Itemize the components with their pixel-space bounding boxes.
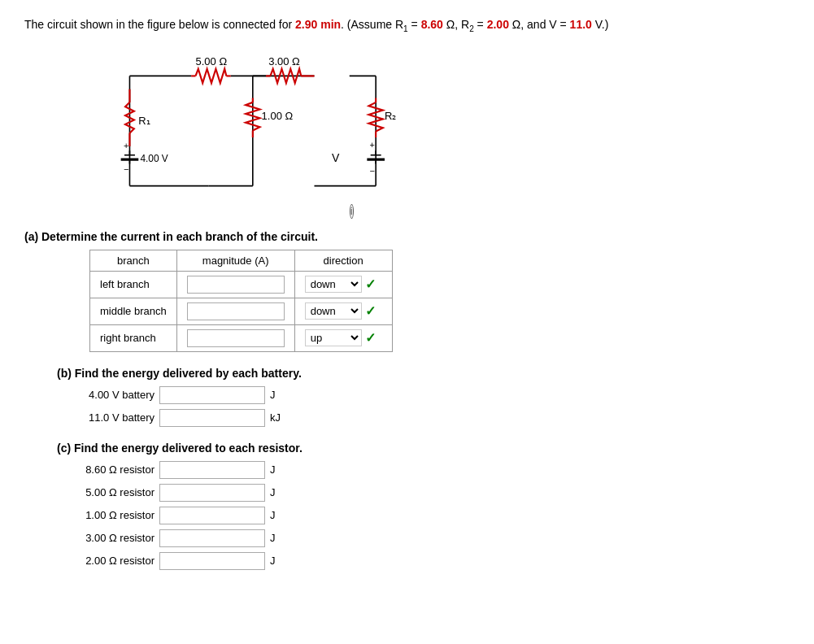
check-icon[interactable]: ✓	[365, 276, 376, 292]
part-b-section: (b) Find the energy delivered by each ba…	[57, 367, 790, 427]
part-b-label: (b) Find the energy delivered by each ba…	[57, 367, 790, 380]
v-value: 11.0	[570, 18, 592, 31]
unit-label: J	[270, 532, 276, 544]
time-value: 2.90 min	[295, 18, 341, 31]
col-direction: direction	[294, 250, 392, 271]
magnitude-cell	[176, 324, 294, 351]
check-icon[interactable]: ✓	[365, 303, 376, 319]
resistor-energy-input[interactable]	[159, 507, 265, 524]
battery-label: 4.00 V battery	[57, 389, 155, 401]
resistor-energy-input[interactable]	[159, 461, 265, 479]
magnitude-cell	[176, 298, 294, 324]
svg-text:−: −	[124, 164, 128, 174]
col-branch: branch	[90, 250, 177, 271]
svg-text:+: +	[370, 140, 375, 150]
problem-statement: The circuit shown in the figure below is…	[24, 16, 790, 35]
circuit-diagram: R₁ 4.00 V + − 5.00 Ω 3.00 Ω 1.00 Ω R₂	[73, 50, 415, 212]
resistor-energy-input[interactable]	[159, 552, 265, 570]
direction-cell: downupleftright✓	[294, 298, 392, 324]
branch-name: right branch	[90, 324, 177, 351]
table-row: left branchdownupleftright✓	[90, 271, 393, 298]
resistor-energy-input[interactable]	[159, 529, 265, 547]
r2-label: R₂	[385, 110, 396, 122]
svg-text:+: +	[124, 141, 128, 150]
unit-label: J	[270, 463, 276, 476]
part-c-label: (c) Find the energy delivered to each re…	[57, 442, 790, 455]
resistor-label: 2.00 Ω resistor	[57, 555, 155, 567]
resistor-energy-row: 2.00 Ω resistorJ	[57, 552, 790, 570]
resistor-energy-row: 1.00 Ω resistorJ	[57, 507, 790, 524]
col-magnitude: magnitude (A)	[176, 250, 294, 271]
resistor-energy-row: 3.00 Ω resistorJ	[57, 529, 790, 547]
direction-select[interactable]: downupleftright	[305, 302, 362, 320]
r1m-label: 1.00 Ω	[262, 110, 294, 122]
resistor-label: 8.60 Ω resistor	[57, 463, 155, 476]
resistor-label: 3.00 Ω resistor	[57, 532, 155, 544]
direction-cell: downupleftright✓	[294, 271, 392, 298]
battery-energy-input[interactable]	[159, 386, 265, 404]
unit-label: J	[270, 555, 276, 567]
direction-select[interactable]: downupleftright	[305, 329, 362, 346]
battery-energy-row: 4.00 V batteryJ	[57, 386, 790, 404]
battery-label: 11.0 V battery	[57, 411, 155, 424]
v-label: V	[332, 151, 340, 164]
table-row: middle branchdownupleftright✓	[90, 298, 393, 324]
battery-energy-row: 11.0 V batterykJ	[57, 409, 790, 427]
unit-label: J	[270, 486, 276, 498]
part-a-section: (a) Determine the current in each branch…	[24, 230, 790, 352]
branch-name: left branch	[90, 271, 177, 298]
battery-energy-input[interactable]	[159, 409, 265, 427]
direction-select[interactable]: downupleftright	[305, 276, 362, 293]
magnitude-input[interactable]	[187, 276, 285, 294]
resistor-label: 5.00 Ω resistor	[57, 486, 155, 498]
check-icon[interactable]: ✓	[365, 330, 376, 346]
branch-table: branch magnitude (A) direction left bran…	[89, 250, 393, 352]
r3-label: 3.00 Ω	[268, 55, 300, 67]
unit-label: kJ	[270, 411, 281, 424]
unit-label: J	[270, 389, 276, 401]
resistor-energy-row: 5.00 Ω resistorJ	[57, 484, 790, 502]
resistor-energy-row: 8.60 Ω resistorJ	[57, 461, 790, 479]
magnitude-input[interactable]	[187, 302, 285, 320]
svg-text:−: −	[370, 166, 375, 176]
r2-value: 2.00	[487, 18, 509, 31]
magnitude-input[interactable]	[187, 329, 285, 347]
magnitude-cell	[176, 271, 294, 298]
part-a-label: (a) Determine the current in each branch…	[24, 230, 790, 243]
branch-name: middle branch	[90, 298, 177, 324]
r1-value: 8.60	[421, 18, 443, 31]
resistor-energy-input[interactable]	[159, 484, 265, 502]
table-row: right branchdownupleftright✓	[90, 324, 393, 351]
r5-label: 5.00 Ω	[196, 55, 228, 67]
r1-label: R₁	[138, 115, 150, 127]
part-c-section: (c) Find the energy delivered to each re…	[57, 442, 790, 570]
resistor-label: 1.00 Ω resistor	[57, 509, 155, 521]
v4-label: 4.00 V	[140, 153, 168, 164]
direction-cell: downupleftright✓	[294, 324, 392, 351]
unit-label: J	[270, 509, 276, 521]
circuit-svg: R₁ 4.00 V + − 5.00 Ω 3.00 Ω 1.00 Ω R₂	[73, 50, 415, 212]
